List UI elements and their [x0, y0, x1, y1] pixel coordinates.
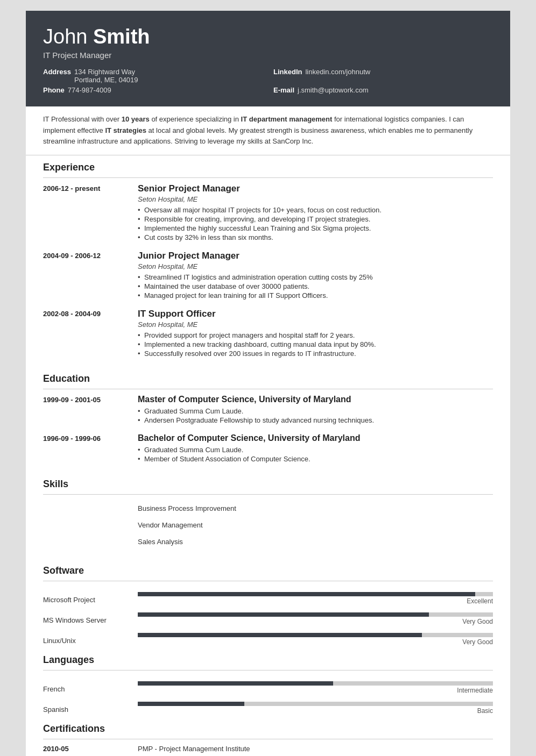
software-3-fill: [138, 633, 422, 637]
exp3-company: Seton Hospital, ME: [138, 320, 493, 329]
job-title: IT Project Manager: [43, 51, 493, 60]
contact-linkedin: LinkedIn linkedin.com/johnutw: [273, 67, 493, 84]
bullet: Maintained the user database of over 300…: [138, 282, 493, 291]
languages-title: Languages: [43, 648, 493, 671]
contact-email: E-mail j.smith@uptowork.com: [273, 85, 493, 95]
bullet: Streamlined IT logistics and administrat…: [138, 273, 493, 282]
bullet: Graduated Summa Cum Laude.: [138, 445, 493, 454]
exp3-job-title: IT Support Officer: [138, 309, 493, 319]
education-section: Education 1999-09 - 2001-05 Master of Co…: [26, 367, 510, 463]
software-2-name: MS Windows Server: [43, 611, 129, 625]
lang-2-bar: [138, 702, 493, 706]
contact-grid: Address 134 Rightward WayPortland, ME, 0…: [43, 67, 493, 95]
software-1-bar: [138, 592, 493, 596]
bullet: Provided support for project managers an…: [138, 331, 493, 340]
bullet: Responsible for creating, improving, and…: [138, 215, 493, 224]
bullet: Cut costs by 32% in less than six months…: [138, 233, 493, 242]
education-entry-2: 1996-09 - 1999-06 Bachelor of Computer S…: [43, 433, 493, 463]
software-title: Software: [43, 559, 493, 581]
lang-2-level: Basic: [138, 707, 493, 715]
exp1-job-title: Senior Project Manager: [138, 183, 493, 194]
last-name: Smith: [93, 25, 150, 48]
lang-1-name: French: [43, 680, 129, 694]
lang-2-fill: [138, 702, 244, 706]
language-row-2: Spanish Basic: [43, 696, 493, 715]
exp2-company: Seton Hospital, ME: [138, 262, 493, 270]
experience-entry-2: 2004-09 - 2006-12 Junior Project Manager…: [43, 251, 493, 300]
experience-section: Experience 2006-12 - present Senior Proj…: [26, 155, 510, 358]
bullet: Graduated Summa Cum Laude.: [138, 406, 493, 416]
resume-container: John Smith IT Project Manager Address 13…: [26, 11, 510, 756]
skill-2: Vendor Management: [138, 517, 493, 533]
header-section: John Smith IT Project Manager Address 13…: [26, 11, 510, 106]
certifications-section: Certifications 2010-05 PMP - Project Man…: [26, 717, 510, 756]
experience-entry-1: 2006-12 - present Senior Project Manager…: [43, 183, 493, 242]
lang-2-name: Spanish: [43, 700, 129, 715]
software-row-3: Linux/Unix Very Good: [43, 627, 493, 646]
first-name: John: [43, 25, 93, 48]
edu1-degree: Master of Computer Science, University o…: [138, 395, 493, 404]
full-name: John Smith: [43, 26, 493, 48]
education-entry-1: 1999-09 - 2001-05 Master of Computer Sci…: [43, 395, 493, 425]
language-row-1: French Intermediate: [43, 676, 493, 694]
bullet: Implemented the highly successful Lean T…: [138, 224, 493, 233]
summary-section: IT Professional with over 10 years of ex…: [26, 106, 510, 155]
bullet: Oversaw all major hospital IT projects f…: [138, 205, 493, 215]
contact-address: Address 134 Rightward WayPortland, ME, 0…: [43, 67, 263, 84]
edu1-date: 1999-09 - 2001-05: [43, 395, 129, 425]
bullet: Successfully resolved over 200 issues in…: [138, 349, 493, 358]
experience-title: Experience: [43, 155, 493, 178]
exp2-job-title: Junior Project Manager: [138, 251, 493, 261]
bullet: Managed project for lean training for al…: [138, 291, 493, 300]
education-title: Education: [43, 367, 493, 389]
exp3-date: 2002-08 - 2004-09: [43, 309, 129, 358]
skill-3: Sales Analysis: [138, 533, 493, 550]
edu2-degree: Bachelor of Computer Science, University…: [138, 433, 493, 443]
certifications-title: Certifications: [43, 717, 493, 739]
exp3-bullets: Provided support for project managers an…: [138, 331, 493, 358]
cert-1: 2010-05 PMP - Project Management Institu…: [43, 745, 493, 753]
exp1-company: Seton Hospital, ME: [138, 195, 493, 203]
software-3-level: Very Good: [138, 638, 493, 646]
experience-entry-3: 2002-08 - 2004-09 IT Support Officer Set…: [43, 309, 493, 358]
software-3-bar: [138, 633, 493, 637]
bullet: Andersen Postgraduate Fellowship to stud…: [138, 416, 493, 425]
software-1-fill: [138, 592, 475, 596]
cert-1-date: 2010-05: [43, 745, 129, 753]
software-row-2: MS Windows Server Very Good: [43, 607, 493, 625]
skills-title: Skills: [43, 472, 493, 495]
skill-1: Business Process Improvement: [138, 500, 493, 517]
languages-section: Languages French Intermediate Spanish Ba…: [26, 648, 510, 715]
software-row-1: Microsoft Project Excellent: [43, 587, 493, 605]
software-1-name: Microsoft Project: [43, 590, 129, 605]
edu2-bullets: Graduated Summa Cum Laude. Member of Stu…: [138, 445, 493, 463]
exp1-bullets: Oversaw all major hospital IT projects f…: [138, 205, 493, 242]
software-2-bar: [138, 612, 493, 617]
bullet: Member of Student Association of Compute…: [138, 454, 493, 463]
software-2-fill: [138, 612, 429, 617]
software-3-name: Linux/Unix: [43, 631, 129, 646]
cert-1-name: PMP - Project Management Institute: [138, 745, 493, 753]
exp2-date: 2004-09 - 2006-12: [43, 251, 129, 300]
lang-1-bar: [138, 681, 493, 686]
skills-section: Skills Business Process Improvement Vend…: [26, 472, 510, 550]
exp2-bullets: Streamlined IT logistics and administrat…: [138, 273, 493, 300]
exp1-date: 2006-12 - present: [43, 183, 129, 242]
software-1-level: Excellent: [138, 597, 493, 605]
bullet: Implemented a new tracking dashboard, cu…: [138, 340, 493, 349]
software-section: Software Microsoft Project Excellent MS …: [26, 559, 510, 646]
contact-phone: Phone 774-987-4009: [43, 85, 263, 95]
edu1-bullets: Graduated Summa Cum Laude. Andersen Post…: [138, 406, 493, 425]
lang-1-fill: [138, 681, 333, 686]
lang-1-level: Intermediate: [138, 687, 493, 694]
edu2-date: 1996-09 - 1999-06: [43, 433, 129, 463]
software-2-level: Very Good: [138, 618, 493, 625]
